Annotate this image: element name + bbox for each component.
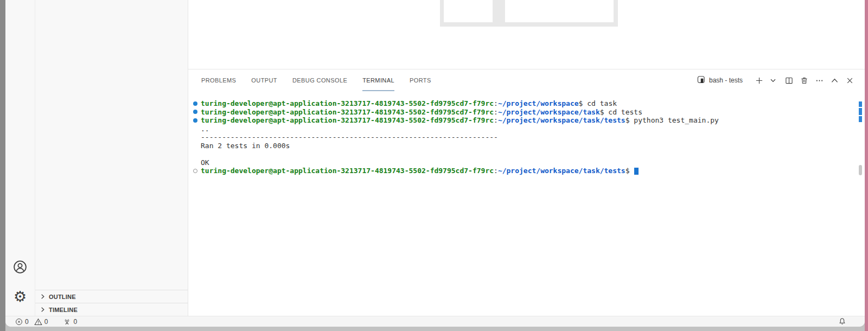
terminal-profile-icon	[697, 75, 705, 86]
table-cell	[505, 0, 614, 22]
terminal-scrollbar-thumb[interactable]	[859, 165, 862, 175]
command-decoration-none	[193, 142, 201, 150]
chevron-right-icon	[40, 294, 46, 300]
terminal-title: bash - tests	[709, 77, 743, 84]
command-decoration-none	[193, 133, 201, 142]
more-actions-ellipsis-icon[interactable]	[815, 76, 824, 85]
sidebar-section-timeline[interactable]: TIMELINE	[35, 303, 188, 316]
settings-gear-icon[interactable]: ⚙	[12, 289, 28, 304]
terminal-line: ..	[193, 125, 857, 133]
main-row: ⚙ OUTLINE TIMELINE	[5, 0, 865, 316]
command-decoration-none	[193, 125, 201, 133]
panel-tabs: PROBLEMSOUTPUTDEBUG CONSOLETERMINALPORTS	[201, 69, 431, 91]
overview-ruler-mark	[859, 116, 862, 122]
terminal-cursor	[634, 168, 639, 175]
radio-tower-icon	[63, 318, 71, 326]
terminal-lines: turing-developer@apt-application-3213717…	[188, 91, 857, 175]
panel-tab-output[interactable]: OUTPUT	[251, 69, 277, 91]
command-decoration-none	[193, 158, 201, 167]
sidebar: OUTLINE TIMELINE	[35, 0, 188, 316]
command-decoration-none	[193, 150, 201, 158]
editor-area	[188, 0, 865, 69]
terminal-line-text: Ran 2 tests in 0.000s	[201, 142, 290, 150]
new-terminal-icon[interactable]	[755, 76, 763, 85]
terminal-line: turing-developer@apt-application-3213717…	[193, 167, 857, 175]
terminal-line-text: turing-developer@apt-application-3213717…	[201, 167, 639, 175]
sidebar-section-outline[interactable]: OUTLINE	[35, 290, 188, 303]
panel-header: PROBLEMSOUTPUTDEBUG CONSOLETERMINALPORTS…	[188, 69, 865, 91]
overview-ruler-mark	[859, 108, 862, 115]
terminal-line-text: OK	[201, 158, 209, 167]
panel-tab-ports[interactable]: PORTS	[410, 69, 431, 91]
panel-actions: bash - tests	[697, 69, 854, 91]
account-icon[interactable]	[12, 259, 28, 275]
terminal-line-text: turing-developer@apt-application-3213717…	[201, 99, 617, 108]
terminal-line: ----------------------------------------…	[193, 133, 857, 142]
terminal-line-text	[201, 150, 205, 158]
maximize-panel-chevron-icon[interactable]	[830, 76, 839, 85]
terminal-line: OK	[193, 158, 857, 167]
terminal-line-text: turing-developer@apt-application-3213717…	[201, 108, 642, 117]
editor-and-panel: PROBLEMSOUTPUTDEBUG CONSOLETERMINALPORTS…	[188, 0, 865, 316]
ports-status-item[interactable]: 0	[63, 318, 77, 326]
activity-bar: ⚙	[5, 0, 35, 316]
panel-tab-problems[interactable]: PROBLEMS	[201, 69, 236, 91]
timeline-section-label: TIMELINE	[49, 307, 78, 313]
status-bar-left: 0 0 0	[15, 318, 77, 326]
terminal-overview-ruler	[859, 69, 862, 316]
close-panel-icon[interactable]	[845, 76, 854, 85]
terminal-content[interactable]: turing-developer@apt-application-3213717…	[188, 91, 857, 316]
status-bar-right	[838, 317, 846, 326]
terminal-line: turing-developer@apt-application-3213717…	[193, 99, 857, 108]
terminal-line: turing-developer@apt-application-3213717…	[193, 116, 857, 125]
kill-terminal-trash-icon[interactable]	[800, 76, 808, 85]
terminal-line-text: ..	[201, 125, 209, 133]
command-decoration-hollow-icon[interactable]	[193, 167, 201, 175]
terminal-tab-bash-tests[interactable]: bash - tests	[697, 75, 743, 86]
command-decoration-filled-icon[interactable]	[193, 108, 201, 117]
errors-icon	[15, 318, 23, 326]
warnings-count: 0	[44, 318, 48, 326]
errors-count: 0	[25, 318, 29, 326]
chevron-right-icon	[40, 307, 46, 313]
overview-ruler-mark	[859, 101, 862, 107]
terminal-line: Ran 2 tests in 0.000s	[193, 142, 857, 150]
terminal-line-text: turing-developer@apt-application-3213717…	[201, 116, 719, 125]
terminal-line: turing-developer@apt-application-3213717…	[193, 108, 857, 117]
status-bar: 0 0 0	[5, 316, 865, 327]
editor-image-table-fragment	[440, 0, 618, 27]
split-terminal-icon[interactable]	[784, 76, 793, 85]
command-decoration-filled-icon[interactable]	[193, 99, 201, 108]
ports-count: 0	[73, 318, 77, 326]
warnings-icon	[34, 318, 42, 326]
terminal-line	[193, 150, 857, 158]
panel-tab-debug-console[interactable]: DEBUG CONSOLE	[292, 69, 347, 91]
panel-tab-terminal[interactable]: TERMINAL	[362, 69, 394, 91]
bottom-panel: PROBLEMSOUTPUTDEBUG CONSOLETERMINALPORTS…	[188, 69, 865, 316]
vscode-window: ⚙ OUTLINE TIMELINE	[5, 0, 865, 327]
launch-profile-chevron-icon[interactable]	[770, 76, 776, 85]
terminal-line-text: ----------------------------------------…	[201, 133, 498, 142]
notifications-bell-icon[interactable]	[838, 317, 846, 326]
problems-status-item[interactable]: 0 0	[15, 318, 48, 326]
table-cell	[444, 0, 493, 22]
outline-section-label: OUTLINE	[49, 294, 76, 300]
command-decoration-filled-icon[interactable]	[193, 116, 201, 125]
